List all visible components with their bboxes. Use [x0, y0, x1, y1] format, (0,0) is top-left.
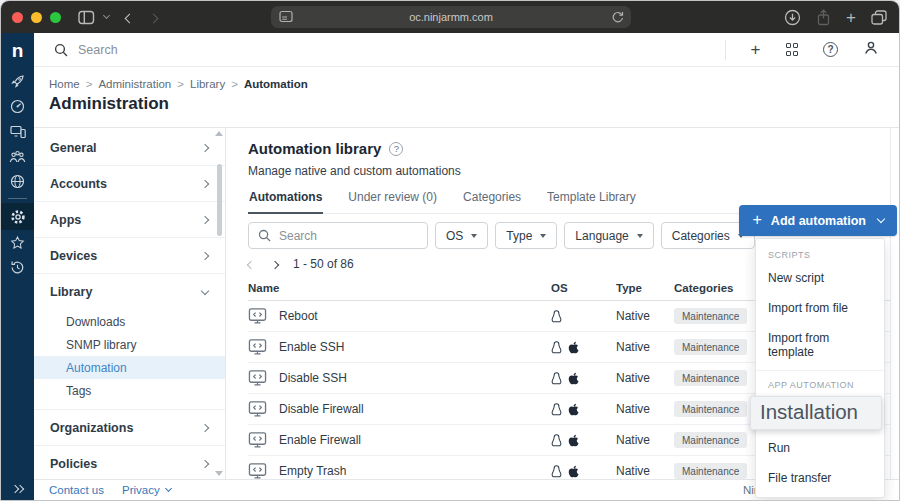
minimize-window-button[interactable] [31, 12, 42, 23]
sidebar-item-downloads[interactable]: Downloads [34, 310, 225, 333]
sidebar-item-apps[interactable]: Apps [34, 202, 225, 238]
share-icon[interactable] [816, 9, 831, 26]
script-automation-icon [248, 369, 267, 387]
linux-icon [551, 465, 562, 478]
sidebar-chevron-icon[interactable] [103, 12, 110, 19]
menu-item-installation[interactable]: Installation [750, 396, 882, 430]
sidebar-item-general[interactable]: General [34, 130, 225, 166]
tab-under-review-0[interactable]: Under review (0) [347, 186, 438, 213]
automation-name-cell: Empty Trash [248, 462, 551, 480]
tab-template-library[interactable]: Template Library [546, 186, 637, 213]
automation-name: Disable Firewall [279, 402, 364, 416]
sidebar-item-label: Devices [50, 249, 97, 263]
admin-body: GeneralAccountsAppsDevicesLibraryDownloa… [34, 127, 899, 479]
sidebar-item-label: Accounts [50, 177, 107, 191]
address-bar[interactable]: oc.ninjarmm.com [271, 6, 631, 28]
category-badge: Maintenance [674, 463, 747, 479]
sidebar-item-tags[interactable]: Tags [34, 379, 225, 402]
scroll-down-icon[interactable] [215, 471, 223, 476]
sidebar-item-policies[interactable]: Policies [34, 446, 225, 482]
window-controls [1, 12, 61, 23]
linux-icon [551, 341, 562, 354]
chevron-right-icon [201, 215, 209, 223]
star-icon[interactable] [1, 230, 34, 255]
filter-label: OS [446, 229, 463, 243]
menu-item-import-from-template[interactable]: Import from template [756, 323, 884, 367]
caret-down-icon [540, 234, 546, 238]
sidebar-item-label: General [50, 141, 97, 155]
filter-os-dropdown[interactable]: OS [435, 222, 488, 249]
sidebar-item-devices[interactable]: Devices [34, 238, 225, 274]
user-profile-icon[interactable] [863, 40, 879, 60]
sidebar-item-automation[interactable]: Automation [34, 356, 225, 379]
add-automation-label: Add automation [771, 214, 866, 228]
sidebar-item-label: Library [50, 285, 92, 299]
category-badge: Maintenance [674, 370, 747, 386]
apps-grid-icon[interactable] [786, 43, 799, 56]
breadcrumb-item-library[interactable]: Library [190, 78, 225, 90]
automation-library-panel: Automation library ? Manage native and c… [226, 128, 899, 479]
collapse-rail-chevrons-icon[interactable] [12, 486, 23, 500]
downloads-icon[interactable] [784, 9, 801, 26]
os-cell [551, 403, 616, 416]
rocket-icon[interactable] [1, 69, 34, 94]
sidebar-item-accounts[interactable]: Accounts [34, 166, 225, 202]
breadcrumb-item-administration[interactable]: Administration [98, 78, 171, 90]
dashboard-gauge-icon[interactable] [1, 94, 34, 119]
sidebar-item-snmp-library[interactable]: SNMP library [34, 333, 225, 356]
chevron-right-icon [201, 179, 209, 187]
close-window-button[interactable] [12, 12, 23, 23]
browser-window: oc.ninjarmm.com + n [0, 0, 900, 501]
scrollbar-thumb[interactable] [217, 164, 222, 236]
automation-name: Enable SSH [279, 340, 344, 354]
sidebar-item-label: Organizations [50, 421, 133, 435]
devices-icon[interactable] [1, 119, 34, 144]
tab-overview-icon[interactable] [871, 10, 887, 25]
os-cell [551, 465, 616, 478]
filter-type-dropdown[interactable]: Type [495, 222, 557, 249]
gear-icon[interactable] [1, 203, 34, 230]
breadcrumb-separator: > [231, 78, 238, 90]
page-settings-icon[interactable] [279, 10, 293, 23]
chevron-down-icon [165, 485, 172, 492]
footer-link-privacy[interactable]: Privacy [122, 484, 171, 496]
sidebar-toggle-icon[interactable] [78, 10, 95, 25]
tab-categories[interactable]: Categories [462, 186, 522, 213]
menu-item-run[interactable]: Run [756, 433, 884, 463]
next-page-icon[interactable] [272, 257, 278, 271]
new-tab-icon[interactable]: + [846, 9, 856, 26]
menu-item-import-from-file[interactable]: Import from file [756, 293, 884, 323]
reload-icon[interactable] [611, 10, 624, 23]
organizations-people-icon[interactable] [1, 144, 34, 169]
type-cell: Native [616, 464, 674, 478]
globe-icon[interactable] [1, 169, 34, 194]
history-icon[interactable] [1, 255, 34, 280]
global-search-input[interactable]: Search [34, 43, 118, 57]
type-cell: Native [616, 371, 674, 385]
linux-icon [551, 310, 562, 323]
section-help-icon[interactable]: ? [389, 142, 403, 156]
automation-name-cell: Enable SSH [248, 338, 551, 356]
automation-search-input[interactable]: Search [248, 222, 428, 249]
footer-link-contact-us[interactable]: Contact us [49, 484, 104, 496]
sidebar-item-organizations[interactable]: Organizations [34, 410, 225, 446]
back-icon[interactable] [126, 8, 133, 26]
os-cell [551, 372, 616, 385]
content-scrollbar-track[interactable] [890, 128, 891, 500]
sidebar-item-library[interactable]: Library [34, 274, 225, 310]
breadcrumb-item-home[interactable]: Home [49, 78, 80, 90]
menu-item-file-transfer[interactable]: File transfer [756, 463, 884, 493]
tab-automations[interactable]: Automations [248, 186, 323, 214]
section-subtitle: Manage native and custom automations [248, 164, 899, 178]
scroll-up-icon[interactable] [215, 131, 223, 136]
filter-language-dropdown[interactable]: Language [564, 222, 653, 249]
automation-name-cell: Disable Firewall [248, 400, 551, 418]
add-automation-button[interactable]: + Add automation [739, 205, 897, 236]
quick-add-icon[interactable]: + [751, 41, 761, 58]
forward-icon [150, 8, 157, 26]
help-icon[interactable]: ? [823, 42, 838, 57]
menu-item-new-script[interactable]: New script [756, 263, 884, 293]
menu-scrollbar[interactable] [216, 131, 223, 476]
zoom-window-button[interactable] [50, 12, 61, 23]
ninjaone-logo[interactable]: n [12, 33, 24, 69]
